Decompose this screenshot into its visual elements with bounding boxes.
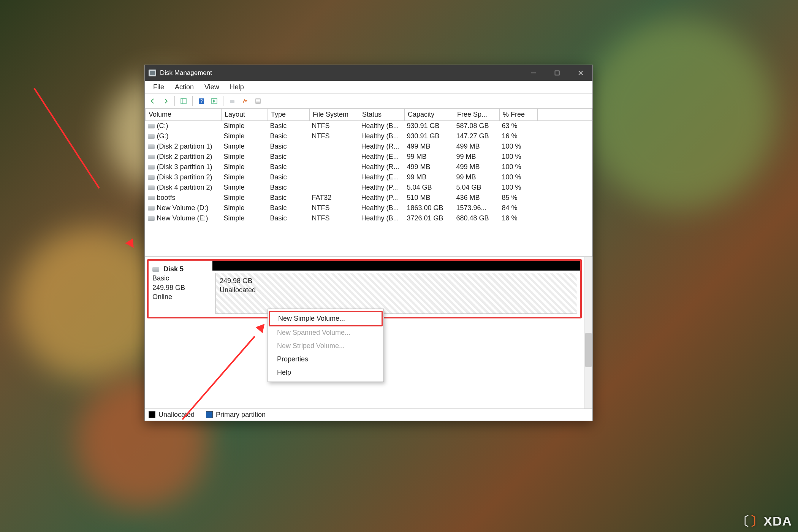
scrollbar[interactable] — [584, 257, 592, 408]
menu-view[interactable]: View — [199, 82, 225, 93]
scrollbar-thumb[interactable] — [585, 333, 592, 367]
cell-cap: 930.91 GB — [407, 132, 440, 140]
maximize-button[interactable] — [545, 65, 569, 81]
cell-pct: 100 % — [502, 184, 521, 191]
volume-row[interactable]: (Disk 2 partition 2)SimpleBasicHealthy (… — [146, 152, 592, 162]
cell-pct: 85 % — [502, 194, 518, 201]
cell-type: Basic — [270, 204, 287, 212]
cell-fs: NTFS — [312, 122, 330, 130]
cell-name: (Disk 3 partition 1) — [157, 163, 212, 171]
cell-fs: NTFS — [312, 214, 330, 222]
cell-pct: 100 % — [502, 173, 521, 181]
context-menu: New Simple Volume...New Spanned Volume..… — [268, 309, 384, 382]
drive-icon — [148, 175, 155, 180]
column--free[interactable]: % Free — [500, 109, 538, 121]
close-button[interactable] — [569, 65, 592, 81]
cell-layout: Simple — [224, 194, 245, 201]
cell-free: 99 MB — [456, 173, 476, 181]
cell-type: Basic — [270, 142, 287, 150]
volume-row[interactable]: New Volume (E:)SimpleBasicNTFSHealthy (B… — [146, 213, 592, 223]
volume-row[interactable]: (Disk 3 partition 2)SimpleBasicHealthy (… — [146, 172, 592, 182]
volume-row[interactable]: (Disk 2 partition 1)SimpleBasicHealthy (… — [146, 141, 592, 152]
cell-free: 499 MB — [456, 142, 480, 150]
column-layout[interactable]: Layout — [222, 109, 268, 121]
cell-name: New Volume (D:) — [157, 204, 209, 212]
svg-rect-0 — [555, 71, 559, 75]
cell-name: (Disk 2 partition 2) — [157, 153, 212, 160]
cell-layout: Simple — [224, 184, 245, 191]
volume-row[interactable]: (G:)SimpleBasicNTFSHealthy (B...930.91 G… — [146, 131, 592, 141]
titlebar[interactable]: Disk Management — [145, 65, 592, 81]
cell-fs: NTFS — [312, 204, 330, 212]
svg-rect-1 — [181, 98, 186, 104]
cell-free: 5.04 GB — [456, 184, 481, 191]
cell-layout: Simple — [224, 214, 245, 222]
cell-type: Basic — [270, 184, 287, 191]
cell-pct: 16 % — [502, 132, 518, 140]
cell-fs: FAT32 — [312, 194, 332, 201]
legend-item-primary: Primary partition — [206, 411, 266, 419]
menu-item-new-striped-volume: New Striped Volume... — [269, 339, 383, 353]
drive-icon — [148, 206, 155, 211]
disk-icon — [152, 267, 159, 272]
svg-text:?: ? — [200, 98, 203, 104]
minimize-button[interactable] — [522, 65, 545, 81]
cell-cap: 3726.01 GB — [407, 214, 443, 222]
forward-button[interactable] — [160, 96, 171, 106]
column-free-sp-[interactable]: Free Sp... — [454, 109, 500, 121]
menu-help[interactable]: Help — [225, 82, 249, 93]
region-header-bar — [212, 261, 580, 271]
app-icon — [149, 70, 156, 76]
column-status[interactable]: Status — [359, 109, 405, 121]
cell-pct: 100 % — [502, 163, 521, 171]
svg-rect-5 — [230, 100, 234, 103]
menu-action[interactable]: Action — [169, 82, 199, 93]
refresh-button[interactable] — [209, 96, 220, 106]
column-volume[interactable]: Volume — [146, 109, 222, 121]
cell-pct: 100 % — [502, 153, 521, 160]
volume-row[interactable]: New Volume (D:)SimpleBasicNTFSHealthy (B… — [146, 203, 592, 213]
cell-status: Healthy (B... — [361, 132, 399, 140]
properties-button[interactable] — [252, 96, 264, 106]
cell-name: (C:) — [157, 122, 168, 130]
actions-button[interactable] — [239, 96, 251, 106]
volume-row[interactable]: bootfsSimpleBasicFAT32Healthy (P...510 M… — [146, 193, 592, 203]
menu-item-new-simple-volume[interactable]: New Simple Volume... — [269, 311, 383, 326]
cell-fs: NTFS — [312, 132, 330, 140]
help-button[interactable]: ? — [196, 96, 207, 106]
show-hide-console-button[interactable] — [178, 96, 189, 106]
cell-name: (Disk 4 partition 2) — [157, 184, 212, 191]
cell-status: Healthy (R... — [361, 163, 399, 171]
cell-cap: 510 MB — [407, 194, 431, 201]
menu-item-properties[interactable]: Properties — [269, 353, 383, 366]
volume-row[interactable]: (C:)SimpleBasicNTFSHealthy (B...930.91 G… — [146, 121, 592, 131]
column-spacer[interactable] — [538, 109, 592, 121]
unallocated-swatch — [149, 411, 155, 418]
menu-item-new-spanned-volume: New Spanned Volume... — [269, 326, 383, 339]
back-button[interactable] — [147, 96, 158, 106]
column-file-system[interactable]: File System — [310, 109, 359, 121]
drive-icon — [148, 185, 155, 190]
column-capacity[interactable]: Capacity — [405, 109, 454, 121]
cell-name: (Disk 3 partition 2) — [157, 173, 212, 181]
primary-swatch — [206, 411, 213, 418]
volume-row[interactable]: (Disk 3 partition 1)SimpleBasicHealthy (… — [146, 162, 592, 172]
cell-status: Healthy (B... — [361, 214, 399, 222]
toolbar: ? — [145, 94, 592, 108]
cell-free: 680.48 GB — [456, 214, 489, 222]
settings-button[interactable] — [226, 96, 238, 106]
column-type[interactable]: Type — [268, 109, 310, 121]
cell-type: Basic — [270, 122, 287, 130]
drive-icon — [148, 196, 155, 200]
cell-layout: Simple — [224, 173, 245, 181]
region-label: Unallocated — [220, 285, 573, 294]
cell-cap: 930.91 GB — [407, 122, 440, 130]
menu-file[interactable]: File — [148, 82, 169, 93]
cell-cap: 99 MB — [407, 153, 427, 160]
cell-layout: Simple — [224, 153, 245, 160]
cell-layout: Simple — [224, 204, 245, 212]
volume-row[interactable]: (Disk 4 partition 2)SimpleBasicHealthy (… — [146, 182, 592, 193]
menu-item-help[interactable]: Help — [269, 366, 383, 379]
cell-type: Basic — [270, 132, 287, 140]
cell-status: Healthy (B... — [361, 204, 399, 212]
